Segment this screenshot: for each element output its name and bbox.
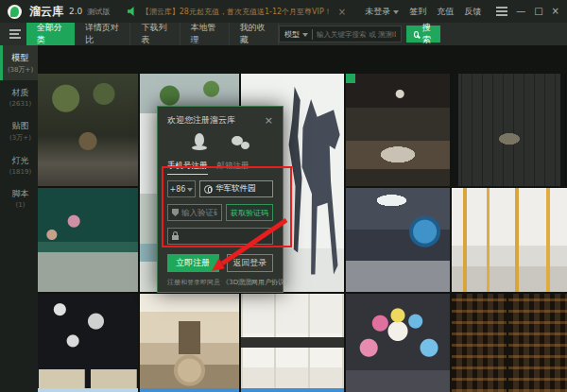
thumb-screen-bonsai[interactable] bbox=[452, 74, 567, 186]
agreement-prefix: 注册和登录即同意 bbox=[167, 279, 220, 286]
sidebar-label: 脚本 bbox=[3, 188, 38, 200]
dialog-title: 欢迎您注册溜云库 bbox=[167, 114, 235, 127]
thumb-wine-cabinet-2[interactable] bbox=[508, 294, 567, 392]
divider bbox=[312, 29, 313, 40]
search-category-dropdown[interactable]: 模型 bbox=[284, 29, 308, 40]
chevron-down-icon bbox=[393, 10, 399, 17]
tab-email-register[interactable]: 邮箱注册 bbox=[217, 161, 249, 172]
speaker-icon bbox=[128, 7, 137, 16]
agreement-note: 注册和登录即同意 《3D溜溜网用户协议》 bbox=[167, 278, 273, 287]
model-grid bbox=[38, 45, 567, 392]
app-name: 溜云库 bbox=[29, 4, 63, 20]
close-button[interactable]: × bbox=[552, 7, 559, 16]
login-status-dropdown[interactable]: 未登录 bbox=[365, 6, 399, 18]
tab-local-manage[interactable]: 本地管理 bbox=[180, 23, 230, 45]
sidebar-count: (3万+) bbox=[3, 133, 38, 143]
qq-icon[interactable] bbox=[192, 133, 207, 151]
chevron-down-icon bbox=[302, 33, 308, 40]
tab-download-list[interactable]: 下载列表 bbox=[130, 23, 180, 45]
sidebar-count: (2631) bbox=[3, 100, 38, 108]
thumb-hallway[interactable] bbox=[140, 294, 239, 392]
signin-link[interactable]: 签到 bbox=[409, 6, 426, 18]
register-now-button[interactable]: 立即注册 bbox=[167, 254, 219, 272]
tab-all-categories[interactable]: 全部分类 bbox=[26, 23, 75, 45]
dialog-close-icon[interactable]: × bbox=[265, 115, 273, 126]
search-button-label: 搜索 bbox=[422, 22, 433, 46]
user-menu: 未登录 签到 充值 反馈 bbox=[365, 6, 481, 18]
feedback-link[interactable]: 反馈 bbox=[464, 6, 481, 18]
captcha-row: 获取验证码 bbox=[167, 204, 273, 221]
dialog-header: 欢迎您注册溜云库 × bbox=[167, 114, 273, 126]
app-version: 2.0 bbox=[69, 7, 82, 16]
sidebar-count: (1) bbox=[3, 201, 38, 209]
tile-badge bbox=[346, 74, 355, 83]
search-box: 模型 bbox=[279, 26, 402, 43]
phone-icon bbox=[204, 185, 213, 194]
sidebar-item-materials[interactable]: 材质 (2631) bbox=[0, 80, 38, 113]
titlebar: 溜云库 2.0 测试版 【溜云库】28元起充值，首次充值送1-12个月至尊VIP… bbox=[0, 0, 567, 23]
password-input[interactable] bbox=[181, 231, 268, 241]
captcha-input[interactable] bbox=[181, 208, 217, 217]
thumb-wine-cabinet-1[interactable] bbox=[452, 294, 507, 392]
announcement-close-icon[interactable]: × bbox=[338, 7, 346, 17]
tab-my-favorites[interactable]: 我的收藏 bbox=[230, 23, 279, 45]
hamburger-icon[interactable] bbox=[9, 33, 19, 35]
app-edition: 测试版 bbox=[87, 7, 110, 17]
thumb-white-cabinet[interactable] bbox=[241, 294, 344, 392]
sidebar-label: 灯光 bbox=[3, 155, 38, 167]
sidebar: 模型 (38万+) 材质 (2631) 贴图 (3万+) 灯光 (1819) 脚… bbox=[0, 45, 38, 392]
back-to-login-button[interactable]: 返回登录 bbox=[227, 254, 273, 272]
sidebar-label: 材质 bbox=[3, 87, 38, 99]
sidebar-item-scripts[interactable]: 脚本 (1) bbox=[0, 181, 38, 214]
search-category-label: 模型 bbox=[284, 29, 300, 40]
app-window: 溜云库 2.0 测试版 【溜云库】28元起充值，首次充值送1-12个月至尊VIP… bbox=[0, 0, 567, 392]
sidebar-item-lights[interactable]: 灯光 (1819) bbox=[0, 148, 38, 181]
captcha-input-box bbox=[167, 204, 222, 221]
get-captcha-button[interactable]: 获取验证码 bbox=[226, 204, 273, 221]
search-icon bbox=[414, 31, 419, 38]
register-tabs: 手机号注册 邮箱注册 bbox=[167, 161, 273, 173]
sidebar-label: 模型 bbox=[3, 52, 38, 64]
main-nav: 全部分类 详情页对比 下载列表 本地管理 我的收藏 模型 搜索 bbox=[0, 23, 567, 45]
thumb-dental-office[interactable] bbox=[346, 188, 450, 292]
sidebar-count: (38万+) bbox=[3, 65, 38, 75]
shield-icon bbox=[172, 209, 179, 216]
dialog-buttons: 立即注册 返回登录 bbox=[167, 254, 273, 272]
thumb-treehouse[interactable] bbox=[38, 74, 138, 186]
tab-phone-register[interactable]: 手机号注册 bbox=[167, 161, 208, 175]
phone-input-box bbox=[199, 180, 273, 197]
lock-icon bbox=[172, 235, 179, 240]
country-code-label: +86 bbox=[170, 185, 186, 194]
minimize-button[interactable]: — bbox=[516, 7, 525, 16]
country-code-dropdown[interactable]: +86 bbox=[167, 180, 196, 197]
sidebar-label: 贴图 bbox=[3, 120, 38, 132]
main-menu-icon[interactable] bbox=[496, 10, 507, 12]
announcement-bar: 【溜云库】28元起充值，首次充值送1-12个月至尊VIP！ × bbox=[128, 7, 346, 17]
search-area: 模型 搜索 bbox=[279, 26, 440, 43]
maximize-button[interactable]: □ bbox=[534, 7, 542, 16]
thumb-balloon-arch[interactable] bbox=[346, 294, 450, 392]
phone-input[interactable] bbox=[215, 184, 268, 194]
thumb-chinese-partition[interactable] bbox=[38, 294, 138, 392]
chevron-down-icon bbox=[187, 188, 193, 195]
announcement-text[interactable]: 【溜云库】28元起充值，首次充值送1-12个月至尊VIP！ bbox=[142, 7, 332, 17]
app-logo-icon bbox=[8, 5, 22, 19]
sidebar-count: (1819) bbox=[3, 168, 38, 176]
thumb-grab-bars[interactable] bbox=[452, 188, 567, 292]
thumb-beauty-salon[interactable] bbox=[38, 188, 138, 292]
wechat-icon[interactable] bbox=[232, 135, 249, 150]
sidebar-item-models[interactable]: 模型 (38万+) bbox=[0, 45, 38, 80]
password-row bbox=[167, 228, 273, 245]
recharge-link[interactable]: 充值 bbox=[437, 6, 454, 18]
search-input[interactable] bbox=[317, 30, 396, 39]
social-login-row bbox=[167, 133, 273, 151]
tab-detail-compare[interactable]: 详情页对比 bbox=[75, 23, 131, 45]
thumb-bedroom[interactable] bbox=[346, 74, 450, 186]
search-button[interactable]: 搜索 bbox=[406, 26, 440, 43]
phone-row: +86 bbox=[167, 180, 273, 197]
sidebar-item-textures[interactable]: 贴图 (3万+) bbox=[0, 113, 38, 148]
window-controls: — □ × bbox=[496, 7, 559, 16]
login-status-label: 未登录 bbox=[365, 6, 390, 18]
agreement-link[interactable]: 《3D溜溜网用户协议》 bbox=[222, 279, 291, 286]
register-dialog: 欢迎您注册溜云库 × 手机号注册 邮箱注册 +86 获 bbox=[157, 106, 284, 293]
